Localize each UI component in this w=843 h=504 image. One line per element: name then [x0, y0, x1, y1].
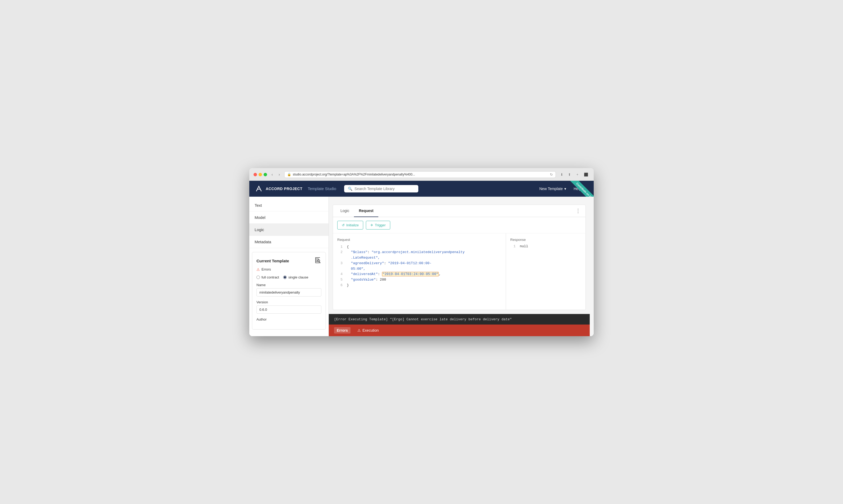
request-label: Request: [337, 238, 501, 242]
initialize-button[interactable]: ↺ Initialize: [337, 221, 363, 230]
single-clause-label: single clause: [288, 275, 308, 279]
sidebar-item-metadata[interactable]: Metadata: [249, 236, 328, 248]
name-input[interactable]: [256, 288, 321, 296]
sidebar: Text Model Logic Metadata Current Templa…: [249, 197, 329, 336]
status-errors-label: Errors: [337, 328, 348, 332]
template-icon: [314, 256, 321, 265]
code-line-6: 6 }: [337, 283, 501, 288]
code-line-2b: .LateRequest",: [337, 255, 501, 261]
chevron-down-icon-help: ▾: [583, 186, 585, 191]
main-content: Text Model Logic Metadata Current Templa…: [249, 197, 594, 336]
request-code-editor[interactable]: 1 { 2 "$class": "org.accordproject.minil…: [337, 244, 501, 288]
address-bar[interactable]: 🔒 studio.accordproject.org/?template=ap%…: [284, 171, 556, 178]
accord-logo-icon: [255, 184, 263, 193]
code-line-1: 1 {: [337, 244, 501, 250]
full-contract-label: full contract: [261, 275, 279, 279]
current-template-section: Current Template ⚠ Errors: [252, 252, 326, 329]
app-title: Template Studio: [308, 186, 336, 191]
sidebar-item-model[interactable]: Model: [249, 212, 328, 224]
sidebar-item-text[interactable]: Text: [249, 199, 328, 212]
errors-label: Errors: [261, 267, 271, 271]
chevron-down-icon: ▾: [564, 186, 566, 191]
reload-icon[interactable]: ↻: [550, 173, 553, 177]
code-line-4: 4 "deliveredAt": "2019-04-01T03:24:00-05…: [337, 272, 501, 277]
brand-name: ACCORD PROJECT: [266, 186, 302, 191]
trigger-icon: ✈: [371, 223, 373, 227]
tab-menu-button[interactable]: ⋮: [573, 208, 583, 214]
initialize-label: Initialize: [346, 223, 359, 227]
errors-indicator: ⚠ Errors: [256, 267, 321, 272]
response-line-1: 1 null: [510, 244, 581, 248]
sidebar-logic-label: Logic: [255, 228, 264, 232]
lock-icon: 🔒: [287, 173, 291, 176]
action-bar: ↺ Initialize ✈ Trigger: [333, 217, 585, 233]
downloads-button[interactable]: ⬇: [559, 172, 565, 177]
name-label: Name: [256, 283, 321, 287]
current-template-title: Current Template: [256, 258, 289, 263]
forward-button[interactable]: ›: [277, 172, 281, 177]
help-button[interactable]: Help ▾: [570, 184, 588, 193]
search-icon: 🔍: [348, 186, 352, 191]
code-line-3: 3 "agreedDelivery": "2019-04-01T12:00:00…: [337, 261, 501, 266]
code-line-3b: 05:00",: [337, 266, 501, 272]
response-null-value: null: [520, 244, 528, 248]
req-res-area: Request 1 { 2 "$class": "org.accordproj: [333, 233, 585, 310]
full-contract-radio[interactable]: [256, 275, 260, 279]
single-clause-radio[interactable]: [283, 275, 287, 279]
code-line-5: 5 "goodsValue": 200: [337, 277, 501, 283]
close-button[interactable]: [254, 173, 257, 176]
initialize-icon: ↺: [342, 223, 345, 227]
sidebar-metadata-label: Metadata: [255, 239, 271, 244]
version-input[interactable]: [256, 305, 321, 314]
response-label: Response: [510, 238, 581, 242]
error-message: [Error Executing Template] "[Ergo] Canno…: [334, 318, 512, 321]
tab-logic[interactable]: Logic: [336, 205, 354, 217]
status-bar: Errors ⚠ Execution: [329, 325, 590, 336]
request-panel: Request 1 { 2 "$class": "org.accordproj: [333, 233, 506, 310]
tab-request[interactable]: Request: [354, 205, 378, 217]
error-bar: [Error Executing Template] "[Ergo] Canno…: [329, 314, 590, 325]
single-clause-radio-label[interactable]: single clause: [283, 275, 308, 279]
sidebar-item-logic[interactable]: Logic: [249, 224, 328, 236]
tabs-button[interactable]: ⬛: [583, 172, 589, 177]
new-template-label: New Template: [539, 186, 563, 191]
logo-area: ACCORD PROJECT: [255, 184, 302, 193]
search-input[interactable]: [355, 186, 415, 191]
new-tab-button[interactable]: ＋: [574, 172, 581, 177]
search-bar[interactable]: 🔍: [344, 185, 418, 193]
response-panel: Response 1 null: [506, 233, 585, 310]
traffic-lights: [254, 173, 267, 176]
contract-type-radio-group: full contract single clause: [256, 275, 321, 279]
back-button[interactable]: ‹: [270, 172, 274, 177]
full-contract-radio-label[interactable]: full contract: [256, 275, 279, 279]
sidebar-text-label: Text: [255, 203, 262, 208]
name-field-group: Name: [256, 283, 321, 296]
code-line-2: 2 "$class": "org.accordproject.minilated…: [337, 250, 501, 255]
new-template-button[interactable]: New Template ▾: [536, 184, 570, 193]
current-template-header: Current Template: [256, 256, 321, 265]
trigger-label: Trigger: [375, 223, 386, 227]
warning-icon: ⚠: [357, 328, 361, 332]
url-text: studio.accordproject.org/?template=ap%3A…: [293, 173, 415, 176]
version-field-group: Version: [256, 300, 321, 314]
author-field-group: Author: [256, 318, 321, 321]
status-execution-button[interactable]: ⚠ Execution: [355, 327, 381, 334]
right-panel: Logic Request ⋮ ↺ Initialize ✈: [333, 204, 586, 310]
response-code: 1 null: [510, 244, 581, 248]
status-execution-label: Execution: [362, 328, 379, 332]
minimize-button[interactable]: [259, 173, 262, 176]
help-label: Help: [573, 186, 581, 191]
app-header: ACCORD PROJECT Template Studio 🔍 New Tem…: [249, 181, 594, 197]
share-button[interactable]: ⬆: [567, 172, 572, 177]
trigger-button[interactable]: ✈ Trigger: [366, 221, 390, 230]
sidebar-model-label: Model: [255, 215, 265, 220]
status-errors-button[interactable]: Errors: [334, 327, 350, 334]
author-label: Author: [256, 318, 321, 321]
tab-bar: Logic Request ⋮: [333, 205, 585, 217]
error-triangle-icon: ⚠: [256, 267, 260, 272]
maximize-button[interactable]: [263, 173, 267, 176]
version-label: Version: [256, 300, 321, 304]
